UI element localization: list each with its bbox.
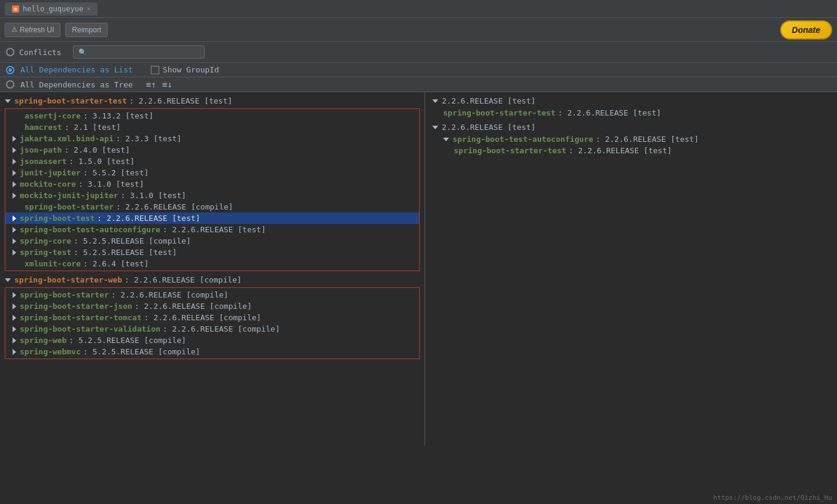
list-item[interactable]: assertj-core : 3.13.2 [test] bbox=[5, 110, 419, 122]
tab-close-button[interactable]: × bbox=[87, 5, 90, 12]
section2-name: spring-boot-starter-web bbox=[14, 275, 122, 284]
list-item[interactable]: spring-web : 5.2.5.RELEASE [compile] bbox=[5, 335, 419, 346]
item-arrow-icon bbox=[13, 181, 16, 187]
list-item[interactable]: spring-boot-starter-validation : 2.2.6.R… bbox=[5, 323, 419, 335]
left-pane: spring-boot-starter-test : 2.2.6.RELEASE… bbox=[0, 92, 425, 445]
list-item[interactable]: spring-boot-starter-json : 2.2.6.RELEASE… bbox=[5, 300, 419, 312]
item-arrow-icon bbox=[13, 349, 16, 355]
tab-hello-guqueyue[interactable]: m hello_guqueyue × bbox=[5, 2, 98, 16]
item-arrow-icon bbox=[13, 159, 16, 165]
filter-bar: Conflicts 🔍 bbox=[0, 42, 837, 63]
list-item[interactable]: mockito-core : 3.1.0 [test] bbox=[5, 178, 419, 190]
all-deps-list-label: All Dependencies as List bbox=[20, 65, 133, 74]
show-groupid-label: Show GroupId bbox=[163, 65, 219, 74]
list-item[interactable]: spring-boot-test : 2.2.6.RELEASE [test] bbox=[5, 212, 419, 224]
warning-icon: ⚠ bbox=[11, 26, 17, 34]
right-section2-header[interactable]: 2.2.6.RELEASE [test] bbox=[425, 121, 837, 133]
section-spring-boot-starter-web-header[interactable]: spring-boot-starter-web : 2.2.6.RELEASE … bbox=[0, 274, 424, 286]
list-item[interactable]: spring-boot-starter-tomcat : 2.2.6.RELEA… bbox=[5, 312, 419, 323]
toolbar-left: ⚠ Refresh UI Reimport bbox=[5, 23, 108, 37]
conflicts-row: Conflicts bbox=[6, 48, 61, 57]
show-groupid-checkbox[interactable] bbox=[151, 66, 159, 74]
item-arrow-icon bbox=[13, 303, 16, 309]
item-arrow-icon bbox=[13, 315, 16, 321]
toolbar: ⚠ Refresh UI Reimport Donate bbox=[0, 18, 837, 42]
section-spring-boot-starter-test-header[interactable]: spring-boot-starter-test : 2.2.6.RELEASE… bbox=[0, 95, 424, 107]
item-arrow-icon bbox=[443, 138, 449, 141]
refresh-ui-button[interactable]: ⚠ Refresh UI bbox=[5, 23, 60, 37]
list-item[interactable]: xmlunit-core : 2.6.4 [test] bbox=[5, 258, 419, 269]
section1-children: assertj-core : 3.13.2 [test] hamcrest : … bbox=[5, 108, 420, 271]
list-item[interactable]: spring-boot-starter : 2.2.6.RELEASE [com… bbox=[5, 289, 419, 300]
show-groupid-row: Show GroupId bbox=[151, 65, 219, 74]
filter-collapse-icon[interactable]: ≡↑ bbox=[146, 80, 156, 89]
item-arrow-icon bbox=[13, 250, 16, 256]
donate-button[interactable]: Donate bbox=[780, 20, 832, 40]
section1-arrow-icon bbox=[5, 99, 11, 103]
main-area: spring-boot-starter-test : 2.2.6.RELEASE… bbox=[0, 92, 837, 445]
title-bar: m hello_guqueyue × bbox=[0, 0, 837, 18]
list-item[interactable]: jsonassert : 1.5.0 [test] bbox=[5, 156, 419, 167]
tab-icon: m bbox=[12, 5, 19, 13]
search-input[interactable] bbox=[89, 48, 197, 56]
item-arrow-icon bbox=[13, 338, 16, 344]
list-item[interactable]: jakarta.xml.bind-api : 2.3.3 [test] bbox=[5, 133, 419, 144]
list-item[interactable]: spring-boot-test-autoconfigure : 2.2.6.R… bbox=[5, 224, 419, 235]
list-item[interactable]: mockito-junit-jupiter : 3.1.0 [test] bbox=[5, 190, 419, 201]
right-section1-arrow-icon bbox=[432, 99, 438, 103]
all-deps-tree-label: All Dependencies as Tree bbox=[20, 80, 133, 89]
item-arrow-icon bbox=[13, 292, 16, 298]
right-section1-header[interactable]: 2.2.6.RELEASE [test] bbox=[425, 95, 837, 107]
list-item[interactable]: spring-core : 5.2.5.RELEASE [compile] bbox=[5, 235, 419, 247]
conflicts-radio[interactable] bbox=[6, 48, 14, 56]
section2-arrow-icon bbox=[5, 278, 11, 282]
attribution-text: https://blog.csdn.net/Qizhi_Hu bbox=[713, 494, 832, 502]
search-box[interactable]: 🔍 bbox=[73, 45, 205, 59]
item-arrow-icon bbox=[13, 193, 16, 199]
list-item[interactable]: junit-jupiter : 5.5.2 [test] bbox=[5, 167, 419, 178]
section1-version: : 2.2.6.RELEASE [test] bbox=[129, 96, 232, 105]
search-icon: 🔍 bbox=[78, 48, 87, 56]
all-deps-list-row: All Dependencies as List Show GroupId bbox=[0, 63, 837, 77]
filter-expand-icon[interactable]: ≡↓ bbox=[162, 80, 172, 89]
right-section2-version: 2.2.6.RELEASE [test] bbox=[442, 123, 536, 132]
right-section2-arrow-icon bbox=[432, 126, 438, 129]
all-deps-tree-row: All Dependencies as Tree ≡↑ ≡↓ bbox=[0, 77, 837, 92]
reimport-button[interactable]: Reimport bbox=[65, 23, 108, 37]
section2-children: spring-boot-starter : 2.2.6.RELEASE [com… bbox=[5, 287, 420, 359]
list-item[interactable]: spring-boot-test-autoconfigure : 2.2.6.R… bbox=[425, 133, 837, 145]
all-deps-list-radio[interactable] bbox=[6, 66, 14, 74]
item-arrow-icon bbox=[13, 136, 16, 142]
tab-label: hello_guqueyue bbox=[23, 5, 83, 13]
list-item[interactable]: spring-test : 5.2.5.RELEASE [test] bbox=[5, 247, 419, 258]
list-item[interactable]: json-path : 2.4.0 [test] bbox=[5, 144, 419, 156]
list-item[interactable]: spring-boot-starter : 2.2.6.RELEASE [com… bbox=[5, 201, 419, 212]
section2-version: : 2.2.6.RELEASE [compile] bbox=[125, 275, 242, 284]
conflicts-label: Conflicts bbox=[19, 48, 61, 57]
list-item[interactable]: spring-webmvc : 5.2.5.RELEASE [compile] bbox=[5, 346, 419, 357]
all-deps-tree-radio[interactable] bbox=[6, 80, 14, 89]
item-arrow-icon bbox=[13, 215, 16, 221]
item-arrow-icon bbox=[13, 326, 16, 332]
item-arrow-icon bbox=[13, 227, 16, 233]
list-item[interactable]: hamcrest : 2.1 [test] bbox=[5, 122, 419, 133]
section1-name: spring-boot-starter-test bbox=[14, 96, 127, 105]
right-section1-version: 2.2.6.RELEASE [test] bbox=[442, 96, 536, 105]
item-arrow-icon bbox=[13, 238, 16, 244]
list-item[interactable]: spring-boot-starter-test : 2.2.6.RELEASE… bbox=[425, 107, 837, 119]
item-arrow-icon bbox=[13, 170, 16, 176]
item-arrow-icon bbox=[13, 147, 16, 153]
right-pane: 2.2.6.RELEASE [test] spring-boot-starter… bbox=[425, 92, 837, 445]
list-item[interactable]: spring-boot-starter-test : 2.2.6.RELEASE… bbox=[425, 145, 837, 156]
